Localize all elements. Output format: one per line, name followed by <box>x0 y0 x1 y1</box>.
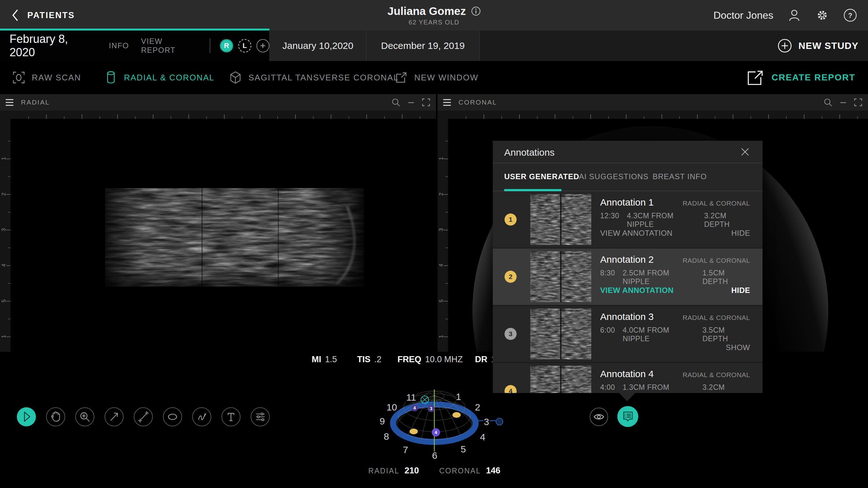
annotation-title: Annotation 2 <box>600 254 654 265</box>
study-tab-january[interactable]: January 10,2020 <box>270 30 366 61</box>
clock-number: 5 <box>461 444 466 454</box>
back-to-patients-button[interactable]: PATIENTS <box>11 0 75 30</box>
annotation-title: Annotation 4 <box>600 369 654 379</box>
top-bar: PATIENTS Juliana Gomez 62 YEARS OLD Doct… <box>0 0 868 30</box>
coronal-panel-menu-icon[interactable] <box>443 99 451 106</box>
hide-show-link[interactable]: HIDE <box>732 286 750 295</box>
measure-tool-button[interactable] <box>133 407 153 427</box>
hide-show-link[interactable]: SHOW <box>726 343 750 352</box>
text-tool-button[interactable] <box>221 407 241 427</box>
active-study-section: February 8, 2020 INFO VIEW REPORT R L + <box>0 30 270 61</box>
adjustments-tool-button[interactable] <box>250 407 270 427</box>
annotation-marker-yellow <box>409 429 418 434</box>
tab-user-generated[interactable]: USER GENERATED <box>504 172 579 181</box>
ellipse-tool-button[interactable] <box>163 407 182 427</box>
clock-number: 1 <box>456 391 461 402</box>
toggle-annotations-visibility-button[interactable] <box>590 407 608 426</box>
param-label: TIS <box>357 355 370 364</box>
tab-ai-suggestions[interactable]: AI SUGGESTIONS <box>579 172 648 181</box>
thumbnail-ultrasound-image <box>530 308 591 359</box>
create-report-button[interactable]: CREATE REPORT <box>746 61 856 94</box>
view-report-button[interactable]: VIEW REPORT <box>141 37 198 55</box>
radial-horizontal-ruler <box>10 111 436 119</box>
tab-breast-info[interactable]: BREAST INFO <box>653 172 707 181</box>
svg-text:4: 4 <box>413 405 416 410</box>
coronal-ruler-corner <box>437 111 448 119</box>
probe-position-sphere[interactable]: 434 1234567891011 <box>358 389 510 463</box>
clock-number: 6 <box>432 450 437 461</box>
coronal-angle-label: CORONAL <box>439 467 481 475</box>
annotation-marker-purple: 4 <box>432 428 440 436</box>
active-study-underline <box>0 29 270 30</box>
annotation-thumbnail[interactable] <box>530 366 591 393</box>
add-study-button[interactable]: + <box>256 39 270 53</box>
help-icon[interactable]: ? <box>843 8 857 22</box>
view-mode-new-window[interactable]: NEW WINDOW <box>395 61 478 94</box>
zoom-panel-icon[interactable] <box>824 98 832 107</box>
param-label: DR <box>475 355 487 364</box>
view-annotation-link[interactable]: VIEW ANNOTATION <box>600 286 674 295</box>
study-info-button[interactable]: INFO <box>109 41 129 50</box>
view-mode-sagittal[interactable]: SAGITTAL TANSVERSE CORONAL <box>229 61 399 94</box>
svg-text:4: 4 <box>435 430 437 435</box>
param-value: 1.5 <box>325 355 337 364</box>
annotation-row[interactable]: 3 Annotation 3 RADIAL & CORONAL 6:004.0C… <box>493 306 763 363</box>
user-profile-icon[interactable] <box>787 8 801 22</box>
annotation-row[interactable]: 1 Annotation 1 RADIAL & CORONAL 12:304.3… <box>493 191 763 248</box>
right-breast-toggle[interactable]: R <box>220 39 233 53</box>
annotation-view-tag: RADIAL & CORONAL <box>682 257 750 264</box>
view-mode-label: NEW WINDOW <box>414 73 478 83</box>
minimize-panel-icon[interactable] <box>407 98 415 107</box>
freehand-tool-button[interactable] <box>192 407 212 427</box>
annotation-meta: 6:004.0CM FROM NIPPLE3.5CM DEPTH <box>600 326 750 343</box>
pointer-tool-button[interactable] <box>17 407 36 427</box>
annotation-thumbnail[interactable] <box>530 194 591 245</box>
zoom-tool-button[interactable] <box>75 407 95 427</box>
annotation-thumbnail[interactable] <box>530 251 591 302</box>
radial-angle-label: RADIAL <box>368 467 399 475</box>
divider <box>210 38 210 53</box>
annotation-number-badge: 4 <box>504 385 517 393</box>
close-icon[interactable] <box>739 146 751 158</box>
param-label: MI <box>312 355 321 364</box>
annotations-list-button[interactable] <box>617 406 638 427</box>
coronal-panel-header: CORONAL <box>437 94 868 111</box>
clock-number: 3 <box>484 417 489 427</box>
hide-show-link[interactable]: HIDE <box>732 229 750 238</box>
view-mode-bar: RAW SCAN RADIAL & CORONAL SAGITTAL TANSV… <box>0 61 868 94</box>
annotation-thumbnail[interactable] <box>530 308 591 359</box>
annotation-view-tag: RADIAL & CORONAL <box>682 371 750 379</box>
probe-angle-readout: RADIAL 210 CORONAL 146 <box>358 466 510 476</box>
annotation-meta: 12:304.3CM FROM NIPPLE3.2CM DEPTH <box>600 212 750 229</box>
patient-info-icon[interactable] <box>471 6 481 16</box>
radial-panel-title: RADIAL <box>21 98 50 106</box>
create-report-icon <box>746 69 764 86</box>
raw-scan-icon <box>13 71 25 84</box>
settings-gear-icon[interactable] <box>815 8 829 22</box>
annotation-row[interactable]: 4 Annotation 4 RADIAL & CORONAL 4:001.3C… <box>493 363 763 393</box>
clock-number: 8 <box>384 431 389 441</box>
view-mode-radial-coronal[interactable]: RADIAL & CORONAL <box>105 61 214 94</box>
fullscreen-panel-icon[interactable] <box>854 98 862 106</box>
new-study-button[interactable]: NEW STUDY <box>777 30 859 61</box>
clock-number: 9 <box>380 416 385 426</box>
active-tab-underline <box>504 189 561 191</box>
study-tab-december[interactable]: December 19, 2019 <box>366 30 480 61</box>
clock-number: 10 <box>386 402 397 413</box>
zoom-panel-icon[interactable] <box>392 98 400 107</box>
view-annotation-link[interactable]: VIEW ANNOTATION <box>600 229 673 238</box>
left-breast-toggle[interactable]: L <box>238 39 251 53</box>
pan-hand-tool-button[interactable] <box>46 407 65 427</box>
annotations-list: 1 Annotation 1 RADIAL & CORONAL 12:304.3… <box>493 191 763 393</box>
radial-panel-menu-icon[interactable] <box>6 99 13 106</box>
fullscreen-panel-icon[interactable] <box>422 98 430 106</box>
annotation-row[interactable]: 2 Annotation 2 RADIAL & CORONAL 8:302.5C… <box>493 248 763 306</box>
coronal-angle-value: 146 <box>486 466 500 476</box>
back-label: PATIENTS <box>27 10 75 20</box>
radial-ultrasound-image[interactable] <box>105 188 364 286</box>
view-mode-label: RADIAL & CORONAL <box>124 73 214 83</box>
coronal-vertical-ruler: 123451 <box>437 119 448 352</box>
arrow-annotation-tool-button[interactable] <box>104 407 124 427</box>
minimize-panel-icon[interactable] <box>839 98 847 107</box>
view-mode-raw-scan[interactable]: RAW SCAN <box>13 61 81 94</box>
